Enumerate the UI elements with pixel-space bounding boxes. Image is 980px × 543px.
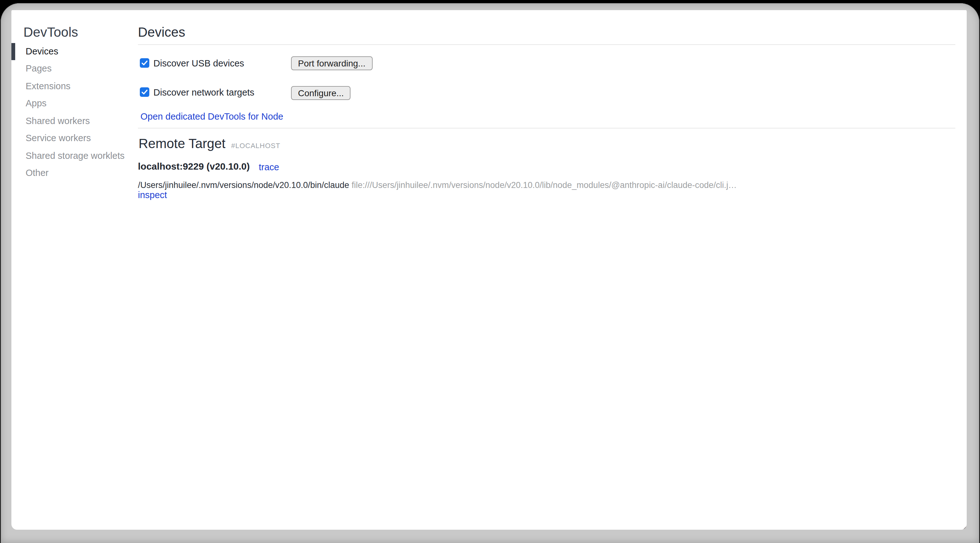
selected-item-indicator [11, 43, 15, 60]
page-title: Devices [138, 24, 185, 40]
checkmark-icon [141, 59, 148, 67]
sidebar-item-pages[interactable]: Pages [25, 60, 140, 78]
window-frame: DevTools DevicesPagesExtensionsAppsShare… [1, 3, 979, 543]
port-forwarding-button[interactable]: Port forwarding... [291, 56, 372, 70]
process-path: /Users/jinhuilee/.nvm/versions/node/v20.… [138, 180, 349, 190]
checkmark-icon [141, 89, 148, 96]
screen: DevTools DevicesPagesExtensionsAppsShare… [0, 0, 980, 543]
remote-target-header: Remote Target #LOCALHOST [138, 135, 280, 151]
target-name: localhost:9229 (v20.10.0) [138, 161, 250, 172]
sidebar-item-extensions[interactable]: Extensions [25, 78, 140, 95]
discover-usb-checkbox[interactable] [140, 58, 149, 68]
open-node-devtools-link[interactable]: Open dedicated DevTools for Node [140, 111, 283, 121]
divider [138, 44, 955, 45]
sidebar-item-shared-workers[interactable]: Shared workers [25, 112, 140, 130]
localhost-tag: #LOCALHOST [231, 142, 281, 150]
resize-grip-icon[interactable] [963, 526, 967, 530]
trace-link[interactable]: trace [259, 162, 279, 172]
discover-network-label: Discover network targets [153, 87, 255, 97]
sidebar-nav: DevicesPagesExtensionsAppsShared workers… [25, 43, 140, 182]
sidebar-item-service-workers[interactable]: Service workers [25, 130, 140, 147]
sidebar-item-devices[interactable]: Devices [25, 43, 140, 60]
remote-target-heading: Remote Target [138, 135, 226, 151]
divider [138, 128, 955, 129]
devtools-inspect-page: DevTools DevicesPagesExtensionsAppsShare… [11, 10, 967, 530]
discover-usb-label: Discover USB devices [153, 58, 244, 68]
sidebar-item-shared-storage-worklets[interactable]: Shared storage worklets [25, 147, 140, 164]
sidebar-item-apps[interactable]: Apps [25, 95, 140, 112]
inspect-link[interactable]: inspect [138, 189, 167, 200]
configure-button[interactable]: Configure... [291, 86, 351, 100]
file-url: file:///Users/jinhuilee/.nvm/versions/no… [352, 180, 737, 190]
discover-network-checkbox[interactable] [140, 88, 149, 97]
sidebar-item-other[interactable]: Other [25, 164, 140, 182]
target-path-row: /Users/jinhuilee/.nvm/versions/node/v20.… [138, 180, 737, 190]
devtools-title: DevTools [24, 24, 78, 40]
